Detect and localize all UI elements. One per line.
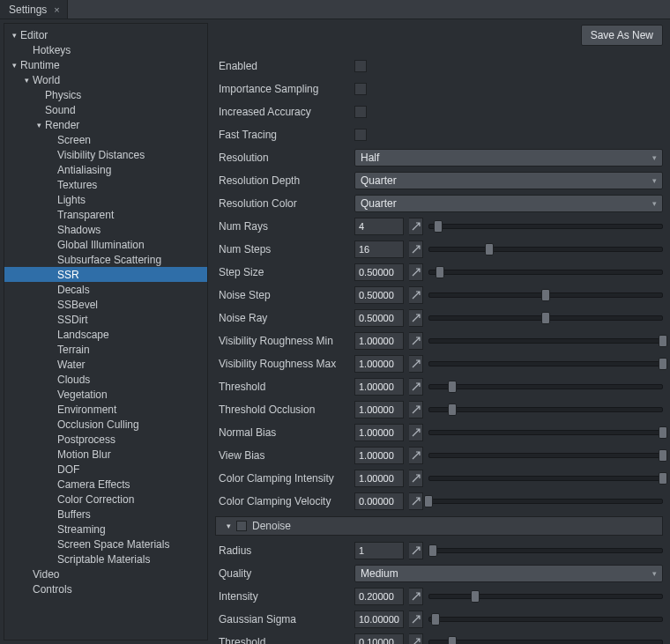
slider-thumb[interactable]	[485, 243, 494, 255]
tree-item-terrain[interactable]: Terrain	[4, 342, 207, 357]
slider[interactable]	[428, 401, 663, 418]
slider[interactable]	[428, 492, 663, 510]
number-input[interactable]: 1	[354, 542, 404, 559]
tree-item-screen[interactable]: Screen	[4, 132, 207, 147]
tree-item-environment[interactable]: Environment	[4, 402, 207, 417]
slider[interactable]	[428, 263, 663, 281]
dropdown[interactable]: Quarter▾	[354, 172, 663, 189]
slider-thumb[interactable]	[659, 449, 667, 462]
dropdown[interactable]: Half▾	[354, 149, 663, 167]
checkbox[interactable]	[354, 60, 367, 72]
expand-arrow-icon[interactable]	[409, 401, 423, 418]
number-input[interactable]: 0.10000	[354, 633, 404, 644]
number-input[interactable]: 0.50000	[354, 263, 404, 281]
number-input[interactable]: 16	[354, 241, 404, 258]
chevron-down-icon[interactable]: ▾	[22, 76, 31, 85]
tree-item-visibility-distances[interactable]: Visibility Distances	[4, 147, 207, 162]
number-input[interactable]: 1.00000	[354, 470, 404, 487]
tree-item-lights[interactable]: Lights	[4, 192, 207, 207]
tree-item-transparent[interactable]: Transparent	[4, 207, 207, 222]
tree-item-runtime[interactable]: ▾Runtime	[4, 57, 207, 72]
slider[interactable]	[428, 332, 663, 350]
expand-arrow-icon[interactable]	[409, 309, 423, 327]
expand-arrow-icon[interactable]	[409, 286, 423, 304]
slider[interactable]	[428, 542, 663, 559]
expand-arrow-icon[interactable]	[409, 218, 423, 235]
slider-thumb[interactable]	[541, 312, 550, 324]
tree-item-antialiasing[interactable]: Antialiasing	[4, 162, 207, 177]
slider-thumb[interactable]	[659, 426, 667, 439]
tree-item-screen-space-materials[interactable]: Screen Space Materials	[4, 537, 207, 551]
expand-arrow-icon[interactable]	[409, 355, 423, 373]
slider-thumb[interactable]	[659, 358, 667, 370]
slider[interactable]	[428, 588, 663, 605]
tree-item-dof[interactable]: DOF	[4, 462, 207, 477]
number-input[interactable]: 0.50000	[354, 309, 404, 327]
tree-item-landscape[interactable]: Landscape	[4, 327, 207, 342]
tree-item-textures[interactable]: Textures	[4, 177, 207, 192]
tree-item-video[interactable]: Video	[4, 566, 207, 581]
slider-thumb[interactable]	[434, 220, 443, 233]
number-input[interactable]: 1.00000	[354, 447, 404, 464]
tree-item-occlusion-culling[interactable]: Occlusion Culling	[4, 417, 207, 432]
expand-arrow-icon[interactable]	[409, 470, 423, 487]
slider[interactable]	[428, 611, 663, 628]
slider[interactable]	[428, 424, 663, 441]
save-as-new-button[interactable]: Save As New	[581, 25, 663, 46]
number-input[interactable]: 1.00000	[354, 355, 404, 373]
checkbox[interactable]	[354, 129, 367, 141]
slider[interactable]	[428, 286, 663, 304]
slider[interactable]	[428, 355, 663, 373]
tree-item-water[interactable]: Water	[4, 357, 207, 372]
expand-arrow-icon[interactable]	[409, 611, 423, 628]
number-input[interactable]: 1.00000	[354, 332, 404, 350]
expand-arrow-icon[interactable]	[409, 241, 423, 258]
tree-item-shadows[interactable]: Shadows	[4, 222, 207, 237]
tree-item-clouds[interactable]: Clouds	[4, 372, 207, 387]
denoise-enable-checkbox[interactable]	[236, 521, 247, 531]
tree-item-hotkeys[interactable]: Hotkeys	[4, 42, 207, 57]
tree-item-sound[interactable]: Sound	[4, 102, 207, 117]
slider-thumb[interactable]	[659, 335, 667, 347]
expand-arrow-icon[interactable]	[409, 542, 423, 559]
slider-thumb[interactable]	[448, 636, 457, 644]
tab-settings[interactable]: Settings ×	[0, 0, 68, 19]
tree-item-editor[interactable]: ▾Editor	[4, 27, 207, 42]
expand-arrow-icon[interactable]	[409, 633, 423, 644]
tree-item-streaming[interactable]: Streaming	[4, 522, 207, 537]
tree-item-buffers[interactable]: Buffers	[4, 507, 207, 522]
chevron-down-icon[interactable]: ▾	[10, 61, 19, 70]
dropdown[interactable]: Medium▾	[354, 565, 663, 582]
checkbox[interactable]	[354, 106, 367, 118]
expand-arrow-icon[interactable]	[409, 263, 423, 281]
number-input[interactable]: 0.20000	[354, 588, 404, 605]
expand-arrow-icon[interactable]	[409, 378, 423, 396]
close-icon[interactable]: ×	[54, 4, 59, 15]
tree-item-render[interactable]: ▾Render	[4, 117, 207, 132]
chevron-down-icon[interactable]: ▾	[34, 121, 43, 130]
slider-thumb[interactable]	[428, 544, 437, 557]
number-input[interactable]: 0.50000	[354, 286, 404, 304]
slider[interactable]	[428, 447, 663, 464]
slider[interactable]	[428, 633, 663, 644]
tree-item-decals[interactable]: Decals	[4, 282, 207, 297]
slider-thumb[interactable]	[424, 495, 433, 507]
number-input[interactable]: 1.00000	[354, 378, 404, 396]
number-input[interactable]: 1.00000	[354, 424, 404, 441]
tree-item-camera-effects[interactable]: Camera Effects	[4, 477, 207, 492]
tree-item-physics[interactable]: Physics	[4, 87, 207, 102]
slider-thumb[interactable]	[659, 472, 667, 485]
number-input[interactable]: 4	[354, 218, 404, 235]
expand-arrow-icon[interactable]	[409, 447, 423, 464]
denoise-section-header[interactable]: ▾ Denoise	[215, 516, 663, 536]
slider-thumb[interactable]	[448, 403, 457, 416]
tree-item-motion-blur[interactable]: Motion Blur	[4, 447, 207, 462]
tree-item-controls[interactable]: Controls	[4, 581, 207, 596]
expand-arrow-icon[interactable]	[409, 492, 423, 510]
slider[interactable]	[428, 218, 663, 235]
tree-item-ssdirt[interactable]: SSDirt	[4, 312, 207, 327]
number-input[interactable]: 0.00000	[354, 492, 404, 510]
slider-thumb[interactable]	[471, 590, 480, 603]
tree-item-scriptable-materials[interactable]: Scriptable Materials	[4, 551, 207, 566]
chevron-down-icon[interactable]: ▾	[10, 31, 19, 40]
